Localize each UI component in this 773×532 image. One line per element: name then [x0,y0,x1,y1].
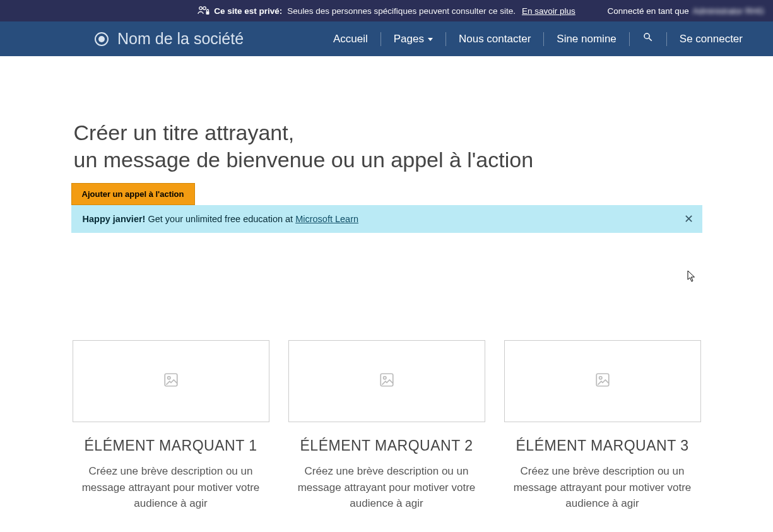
info-alert: Happy janvier! Get your unlimited free e… [71,205,702,233]
nav-sign-in[interactable]: Se connecter [667,33,755,45]
nav-accueil[interactable]: Accueil [321,33,381,45]
banner-learn-more-link[interactable]: En savoir plus [522,6,575,16]
card-image-placeholder[interactable] [73,340,269,422]
alert-text: Get your unlimited free education at [148,214,293,224]
nav-search[interactable] [630,32,666,46]
brand-name: Nom de la société [117,30,244,48]
card-image-placeholder[interactable] [504,340,701,422]
banner-bold: Ce site est privé: [214,6,282,16]
svg-point-0 [199,7,203,10]
card-title: ÉLÉMENT MARQUANT 1 [73,437,269,454]
nav-pages[interactable]: Pages [381,33,446,45]
alert-link[interactable]: Microsoft Learn [295,214,358,224]
nav-sine-nomine[interactable]: Sine nomine [544,33,629,45]
hero-line2: un message de bienvenue ou un appel à l'… [74,148,534,172]
card-title: ÉLÉMENT MARQUANT 2 [288,437,485,454]
banner-text: Seules des personnes spécifiques peuvent… [287,6,516,16]
svg-point-8 [599,377,601,379]
svg-rect-2 [206,11,209,15]
card-desc: Créez une brève description ou un messag… [73,463,269,512]
card-image-placeholder[interactable] [288,340,485,422]
close-icon: ✕ [684,213,693,225]
search-icon [642,32,654,46]
nav-contact[interactable]: Nous contacter [446,33,543,45]
image-icon [379,372,395,391]
svg-point-6 [383,377,386,379]
hero-title: Créer un titre attrayant, un message de … [74,119,702,173]
top-nav: Nom de la société Accueil Pages Nous con… [0,21,773,56]
brand[interactable]: Nom de la société [95,30,244,48]
card-3: ÉLÉMENT MARQUANT 3 Créez une brève descr… [504,340,701,512]
card-title: ÉLÉMENT MARQUANT 3 [504,437,701,454]
brand-logo-icon [95,32,109,46]
svg-point-1 [203,7,206,10]
alert-bold: Happy janvier! [83,214,146,224]
card-desc: Créez une brève description ou un messag… [288,463,485,512]
card-2: ÉLÉMENT MARQUANT 2 Créez une brève descr… [288,340,485,512]
people-lock-icon [198,6,210,16]
connected-user: Administrator RHG [693,6,764,16]
connected-as-label: Connecté en tant que [608,6,689,16]
card-1: ÉLÉMENT MARQUANT 1 Créez une brève descr… [73,340,269,512]
mouse-cursor-icon [687,271,696,285]
chevron-down-icon [428,38,433,41]
svg-point-4 [167,377,170,379]
image-icon [163,372,179,391]
hero-line1: Créer un titre attrayant, [74,121,295,145]
nav-pages-label: Pages [394,33,424,45]
image-icon [594,372,611,391]
alert-close-button[interactable]: ✕ [684,213,693,225]
add-cta-button[interactable]: Ajouter un appel à l'action [71,183,195,205]
card-desc: Créez une brève description ou un messag… [504,463,701,512]
highlight-cards: ÉLÉMENT MARQUANT 1 Créez une brève descr… [71,340,702,512]
private-site-banner: Ce site est privé: Seules des personnes … [0,0,773,21]
